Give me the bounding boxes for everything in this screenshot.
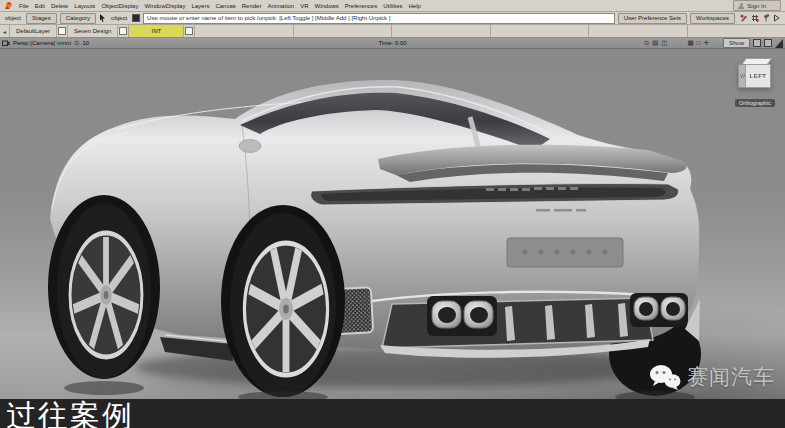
workspaces-button[interactable]: Workspaces: [690, 13, 735, 24]
layer-scroll-left-button[interactable]: ◂: [0, 25, 10, 37]
layer-checkbox-defaultlayer[interactable]: [57, 25, 68, 37]
camera-icon[interactable]: [2, 39, 10, 47]
pick-cursor-icon: [99, 14, 106, 22]
view-cube-widget[interactable]: W LEFT Orthographic: [733, 57, 777, 109]
pin-icon[interactable]: [762, 14, 770, 22]
wechat-icon: [649, 364, 681, 391]
alias-app-icon[interactable]: [4, 1, 13, 10]
grid-snap-icon[interactable]: [751, 14, 759, 22]
front-wheel: [48, 195, 160, 379]
view-cube-front-face[interactable]: LEFT: [745, 64, 771, 88]
pick-object-field[interactable]: object: [109, 15, 129, 21]
quick-toolbar: [738, 14, 782, 22]
layer-empty-slot[interactable]: [688, 25, 785, 37]
menu-file[interactable]: File: [19, 3, 29, 9]
axes-toggle-icon[interactable]: ✛: [704, 40, 709, 47]
menu-preferences[interactable]: Preferences: [345, 3, 377, 9]
menu-objectdisplay[interactable]: ObjectDisplay: [101, 3, 138, 9]
show-menu-button[interactable]: Show: [723, 38, 750, 48]
menu-windowdisplay[interactable]: WindowDisplay: [144, 3, 185, 9]
sign-in-label: Sign In: [747, 3, 766, 9]
layer-checkbox-seven-design[interactable]: [118, 25, 129, 37]
prompt-line-field[interactable]: Use mouse or enter name of item to pick …: [143, 13, 615, 24]
layer-tab-seven-design[interactable]: Seven Design: [68, 25, 118, 37]
viewport-title[interactable]: Persp [Camera] ∞mm: [13, 40, 71, 46]
layer-tab-int[interactable]: INT: [129, 25, 184, 37]
layers-panel-icon[interactable]: ▤: [652, 40, 658, 47]
menu-utilities[interactable]: Utilities: [383, 3, 402, 9]
user-preference-sets-button[interactable]: User Preference Sets: [618, 13, 687, 24]
layer-empty-slot[interactable]: [491, 25, 589, 37]
menu-delete[interactable]: Delete: [51, 3, 68, 9]
watermark: 赛闻汽车: [649, 363, 775, 391]
category-dropdown[interactable]: Category: [60, 13, 96, 24]
menu-edit[interactable]: Edit: [35, 3, 45, 9]
stages-button[interactable]: Stages: [26, 13, 57, 24]
caption-bar: 过往案例: [0, 399, 785, 428]
time-indicator: Time: 0.00: [378, 40, 406, 46]
menu-canvas[interactable]: Canvas: [215, 3, 235, 9]
brush-icon[interactable]: [740, 14, 748, 22]
prompt-toolbar: object Stages Category object Use mouse …: [0, 12, 785, 25]
visibility-eye-icon[interactable]: ⊙: [74, 40, 79, 47]
layer-tab-defaultlayer[interactable]: DefaultLayer: [10, 25, 57, 37]
layer-checkbox-int[interactable]: [184, 25, 195, 37]
caption-text: 过往案例: [6, 399, 134, 428]
viewport-titlebar: Persp [Camera] ∞mm ⊙ 10 Time: 0.00 ⊙ ▤ ◫…: [0, 38, 785, 49]
perspective-viewport[interactable]: W LEFT Orthographic 赛闻汽车: [0, 49, 785, 399]
bookmarks-icon[interactable]: ◫: [661, 40, 667, 47]
car-3d-model[interactable]: [0, 49, 785, 399]
layer-empty-slot[interactable]: [294, 25, 392, 37]
window-corner-grip[interactable]: [775, 39, 783, 48]
license-plate-recess: [507, 238, 623, 267]
side-mirror: [239, 140, 261, 153]
model-badge: [536, 209, 586, 212]
view-cube[interactable]: W LEFT: [738, 57, 772, 91]
layer-empty-slot[interactable]: [589, 25, 687, 37]
user-icon: [738, 3, 744, 9]
grid-toggle-icon[interactable]: ▦: [687, 40, 693, 47]
layer-bar: ◂ DefaultLayer Seven Design INT: [0, 25, 785, 38]
menu-layers[interactable]: Layers: [191, 3, 209, 9]
visibility-toggle-icon[interactable]: ⊙: [644, 40, 649, 47]
menu-render[interactable]: Render: [242, 3, 262, 9]
menu-layouts[interactable]: Layouts: [74, 3, 95, 9]
menu-animation[interactable]: Animation: [267, 3, 294, 9]
frame-toggle-icon[interactable]: □: [697, 40, 701, 47]
menu-windows[interactable]: Windows: [314, 3, 338, 9]
menu-vr[interactable]: VR: [300, 3, 308, 9]
menu-help[interactable]: Help: [409, 3, 421, 9]
watermark-brand-text: 赛闻汽车: [687, 363, 775, 391]
color-swatch[interactable]: [132, 14, 140, 22]
window-maximize-icon[interactable]: [764, 39, 772, 47]
layer-empty-slot[interactable]: [392, 25, 490, 37]
rear-wheel: [221, 205, 345, 397]
active-tool-label: object: [3, 15, 23, 21]
projection-label[interactable]: Orthographic: [735, 99, 775, 107]
expand-arrow-icon[interactable]: [773, 14, 780, 22]
window-restore-icon[interactable]: [753, 39, 761, 47]
sign-in-button[interactable]: Sign In: [733, 0, 781, 11]
menu-bar: File Edit Delete Layouts ObjectDisplay W…: [0, 0, 785, 12]
layer-empty-slot[interactable]: [195, 25, 293, 37]
visibility-count: 10: [82, 40, 89, 46]
